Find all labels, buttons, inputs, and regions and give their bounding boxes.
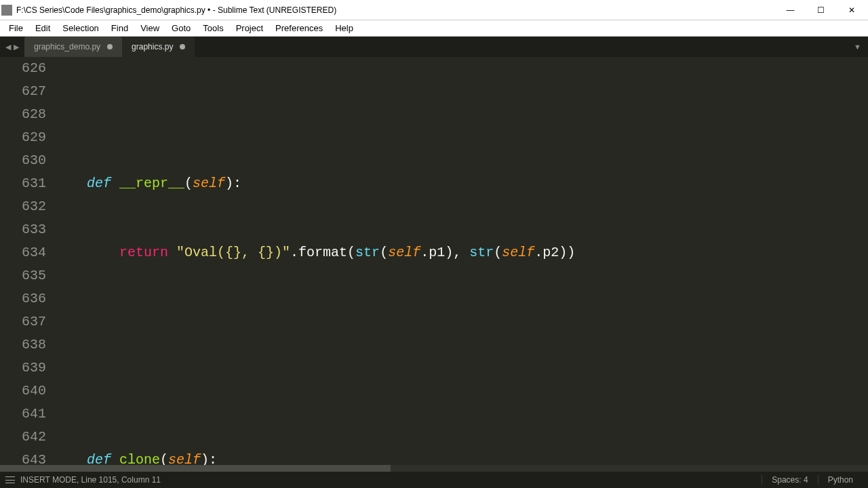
line-number: 629: [0, 126, 46, 149]
tab-row: ◀ ▶ graphics_demo.py graphics.py ▼: [0, 37, 868, 57]
code-content[interactable]: def __repr__(self): return "Oval({}, {})…: [54, 57, 868, 465]
menu-help[interactable]: Help: [329, 22, 359, 35]
menu-tools[interactable]: Tools: [197, 22, 229, 35]
close-button[interactable]: ✕: [836, 0, 867, 20]
line-number: 627: [0, 80, 46, 103]
menu-icon[interactable]: [5, 476, 15, 483]
menu-bar: File Edit Selection Find View Goto Tools…: [0, 20, 868, 37]
maximize-button[interactable]: ☐: [806, 0, 836, 20]
line-number: 642: [0, 426, 46, 449]
menu-file[interactable]: File: [3, 22, 29, 35]
window-controls: — ☐ ✕: [775, 0, 867, 20]
tab-label: graphics_demo.py: [34, 42, 100, 52]
line-number: 636: [0, 287, 46, 310]
line-number: 634: [0, 241, 46, 264]
tab-overflow-button[interactable]: ▼: [847, 37, 868, 57]
tab-graphics[interactable]: graphics.py: [122, 37, 195, 57]
menu-goto[interactable]: Goto: [165, 22, 197, 35]
scrollbar-thumb[interactable]: [0, 465, 391, 472]
line-number: 637: [0, 310, 46, 333]
chevron-left-icon[interactable]: ◀: [5, 43, 11, 52]
line-number: 631: [0, 172, 46, 195]
line-number: 643: [0, 449, 46, 465]
line-number: 638: [0, 333, 46, 357]
chevron-right-icon[interactable]: ▶: [14, 43, 19, 52]
line-number: 633: [0, 218, 46, 241]
line-number: 626: [0, 57, 46, 80]
menu-selection[interactable]: Selection: [56, 22, 104, 35]
line-number: 635: [0, 264, 46, 287]
line-number: 632: [0, 195, 46, 218]
status-position: INSERT MODE, Line 1015, Column 11: [20, 475, 161, 485]
horizontal-scrollbar[interactable]: [0, 465, 868, 472]
line-number: 641: [0, 403, 46, 426]
tab-label: graphics.py: [132, 42, 173, 52]
menu-view[interactable]: View: [134, 22, 165, 35]
window-title: F:\CS Series\Code Files\graphics_demo\gr…: [16, 5, 775, 15]
minimize-button[interactable]: —: [775, 0, 806, 20]
status-bar: INSERT MODE, Line 1015, Column 11 Spaces…: [0, 472, 868, 488]
app-icon: [1, 5, 12, 16]
line-number-gutter: 6266276286296306316326336346356366376386…: [0, 57, 54, 465]
line-number: 630: [0, 149, 46, 172]
line-number: 640: [0, 380, 46, 403]
menu-edit[interactable]: Edit: [29, 22, 56, 35]
menu-project[interactable]: Project: [230, 22, 269, 35]
menu-find[interactable]: Find: [105, 22, 134, 35]
line-number: 639: [0, 357, 46, 380]
status-language[interactable]: Python: [818, 475, 863, 485]
status-spaces[interactable]: Spaces: 4: [762, 475, 817, 485]
dirty-indicator-icon: [107, 44, 113, 49]
title-bar: F:\CS Series\Code Files\graphics_demo\gr…: [0, 0, 868, 20]
dirty-indicator-icon: [180, 44, 185, 49]
tab-graphics-demo[interactable]: graphics_demo.py: [24, 37, 122, 57]
editor-area[interactable]: 6266276286296306316326336346356366376386…: [0, 57, 868, 465]
tab-nav-arrows[interactable]: ◀ ▶: [0, 37, 24, 57]
menu-preferences[interactable]: Preferences: [269, 22, 329, 35]
line-number: 628: [0, 103, 46, 126]
